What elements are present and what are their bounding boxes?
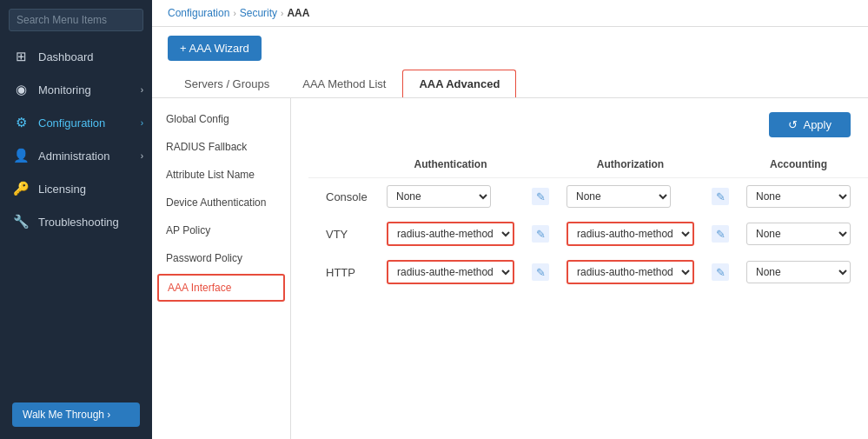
console-authz-select[interactable]: None xyxy=(567,185,671,208)
row-label-console: Console xyxy=(308,178,378,216)
http-authz-edit-button[interactable]: ✎ xyxy=(712,263,729,281)
tab-aaa-advanced[interactable]: AAA Advanced xyxy=(402,70,516,97)
vty-auth-edit-button[interactable]: ✎ xyxy=(532,225,549,243)
tab-aaa-method-list[interactable]: AAA Method List xyxy=(286,70,402,97)
dashboard-icon: ⊞ xyxy=(12,49,30,64)
sidebar-item-label: Troubleshooting xyxy=(38,216,119,229)
apply-label: Apply xyxy=(803,118,832,131)
col-header-authz-edit xyxy=(703,151,738,178)
console-auth-edit-button[interactable]: ✎ xyxy=(532,188,549,205)
sidebar-item-licensing[interactable]: 🔑 Licensing xyxy=(0,172,152,205)
sidebar-item-label: Licensing xyxy=(38,183,86,196)
col-header-accounting: Accounting xyxy=(738,151,859,178)
apply-button[interactable]: ↺ Apply xyxy=(769,112,851,137)
apply-refresh-icon: ↺ xyxy=(788,118,798,131)
configuration-icon: ⚙ xyxy=(12,115,30,130)
cell-console-auth-edit: ✎ xyxy=(523,178,558,216)
monitoring-icon: ◉ xyxy=(12,82,30,97)
chevron-right-icon: › xyxy=(141,85,143,95)
sidebar-item-administration[interactable]: 👤 Administration › xyxy=(0,139,152,172)
administration-icon: 👤 xyxy=(12,148,30,163)
sidebar-item-dashboard[interactable]: ⊞ Dashboard xyxy=(0,40,152,73)
troubleshooting-icon: 🔧 xyxy=(12,214,30,229)
cell-group: None xyxy=(746,223,851,245)
sidebar-item-configuration[interactable]: ⚙ Configuration › xyxy=(0,106,152,139)
console-authz-edit-button[interactable]: ✎ xyxy=(712,188,729,205)
sub-sidebar-attribute-list-name[interactable]: Attribute List Name xyxy=(152,161,290,189)
search-input[interactable] xyxy=(9,9,143,31)
cell-vty-authz-edit: ✎ xyxy=(703,215,738,253)
cell-http-auth-edit: ✎ xyxy=(523,253,558,291)
aaa-table: Authentication Authorization Accounting … xyxy=(308,151,868,291)
chevron-right-icon: › xyxy=(141,118,143,128)
http-authz-select[interactable]: radius-autho-method xyxy=(567,260,694,284)
sidebar-search-container xyxy=(0,0,152,40)
cell-group: radius-authe-method xyxy=(387,222,514,246)
sub-sidebar-aaa-interface[interactable]: AAA Interface xyxy=(157,274,285,302)
tab-servers-groups[interactable]: Servers / Groups xyxy=(168,70,286,97)
cell-group: radius-autho-method xyxy=(567,260,694,284)
console-auth-select[interactable]: None xyxy=(387,185,491,208)
cell-http-acct-edit: ✎ xyxy=(859,253,868,291)
http-auth-select[interactable]: radius-authe-method xyxy=(387,260,514,284)
aaa-wizard-button[interactable]: + AAA Wizard xyxy=(168,36,262,61)
panel-header: ↺ Apply xyxy=(308,112,851,137)
cell-group: radius-autho-method xyxy=(567,222,694,246)
cell-group: None xyxy=(746,185,851,208)
sub-sidebar-radius-fallback[interactable]: RADIUS Fallback xyxy=(152,133,290,161)
col-header-authorization: Authorization xyxy=(558,151,703,178)
cell-group: radius-authe-method xyxy=(387,260,514,284)
sidebar-item-monitoring[interactable]: ◉ Monitoring › xyxy=(0,73,152,106)
col-header-empty xyxy=(308,151,378,178)
col-header-authentication: Authentication xyxy=(378,151,523,178)
main-content: Configuration › Security › AAA + AAA Wiz… xyxy=(152,0,868,439)
licensing-icon: 🔑 xyxy=(12,181,30,196)
cell-vty-auth-edit: ✎ xyxy=(523,215,558,253)
cell-console-authz: None xyxy=(558,178,703,216)
row-label-vty: VTY xyxy=(308,215,378,253)
http-auth-edit-button[interactable]: ✎ xyxy=(532,263,549,281)
vty-auth-select[interactable]: radius-authe-method xyxy=(387,222,514,246)
sidebar-item-troubleshooting[interactable]: 🔧 Troubleshooting xyxy=(0,205,152,238)
table-row-http: HTTP radius-authe-method ✎ xyxy=(308,253,868,291)
http-acct-select[interactable]: None xyxy=(746,261,851,283)
cell-console-authz-edit: ✎ xyxy=(703,178,738,216)
breadcrumb-configuration[interactable]: Configuration xyxy=(168,7,229,19)
cell-console-acct: None xyxy=(738,178,859,216)
cell-vty-authz: radius-autho-method xyxy=(558,215,703,253)
main-panel: ↺ Apply Authentication Authorization Acc… xyxy=(291,98,868,439)
vty-authz-select[interactable]: radius-autho-method xyxy=(567,222,694,246)
sub-sidebar-global-config[interactable]: Global Config xyxy=(152,105,290,133)
sub-sidebar-password-policy[interactable]: Password Policy xyxy=(152,244,290,272)
cell-http-authz-edit: ✎ xyxy=(703,253,738,291)
cell-http-authz: radius-autho-method xyxy=(558,253,703,291)
cell-http-auth: radius-authe-method xyxy=(378,253,523,291)
topbar: + AAA Wizard Servers / Groups AAA Method… xyxy=(152,27,868,98)
sidebar-item-label: Monitoring xyxy=(38,83,91,96)
tab-bar: Servers / Groups AAA Method List AAA Adv… xyxy=(168,70,852,97)
breadcrumb-sep-2: › xyxy=(281,9,283,18)
chevron-right-icon: › xyxy=(141,151,143,161)
row-label-http: HTTP xyxy=(308,253,378,291)
sidebar-item-label: Administration xyxy=(38,150,109,163)
vty-acct-select[interactable]: None xyxy=(746,223,851,245)
cell-group: None xyxy=(387,185,514,208)
breadcrumb: Configuration › Security › AAA xyxy=(152,0,868,27)
content-area: Global Config RADIUS Fallback Attribute … xyxy=(152,98,868,439)
console-acct-select[interactable]: None xyxy=(746,185,851,208)
cell-http-acct: None xyxy=(738,253,859,291)
cell-console-acct-edit: ✎ xyxy=(859,178,868,216)
table-row-vty: VTY radius-authe-method ✎ xyxy=(308,215,868,253)
walk-me-through-button[interactable]: Walk Me Through › xyxy=(12,402,140,427)
sub-sidebar-ap-policy[interactable]: AP Policy xyxy=(152,216,290,244)
cell-group: None xyxy=(567,185,694,208)
cell-console-auth: None xyxy=(378,178,523,216)
cell-vty-acct: None xyxy=(738,215,859,253)
breadcrumb-security[interactable]: Security xyxy=(240,7,277,19)
vty-authz-edit-button[interactable]: ✎ xyxy=(712,225,729,243)
sidebar-bottom: Walk Me Through › xyxy=(0,390,152,439)
sub-sidebar: Global Config RADIUS Fallback Attribute … xyxy=(152,98,291,439)
sub-sidebar-device-authentication[interactable]: Device Authentication xyxy=(152,189,290,216)
col-header-acct-edit xyxy=(859,151,868,178)
sidebar-item-label: Configuration xyxy=(38,116,105,130)
